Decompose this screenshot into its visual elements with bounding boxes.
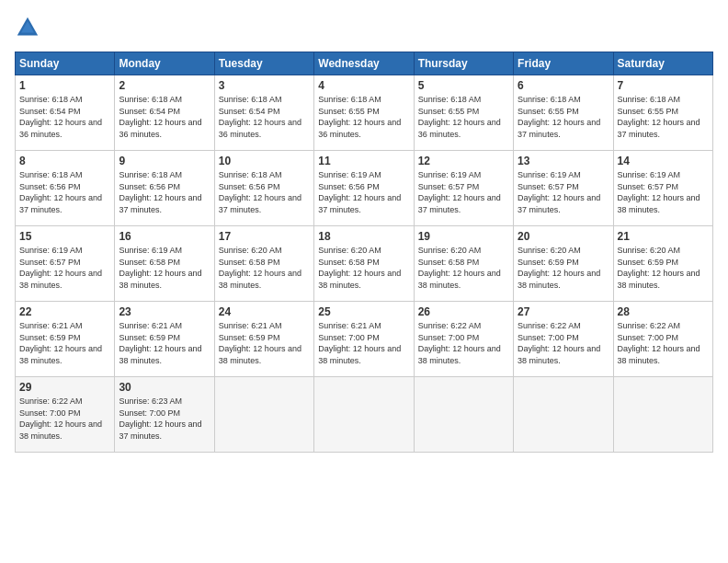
day-info: Sunrise: 6:19 AMSunset: 6:57 PMDaylight:… [618, 169, 709, 215]
day-info: Sunrise: 6:18 AMSunset: 6:55 PMDaylight:… [618, 94, 709, 140]
day-info: Sunrise: 6:20 AMSunset: 6:58 PMDaylight:… [418, 245, 509, 291]
day-info: Sunrise: 6:18 AMSunset: 6:54 PMDaylight:… [119, 94, 210, 140]
day-info: Sunrise: 6:20 AMSunset: 6:58 PMDaylight:… [219, 245, 310, 291]
calendar-table: SundayMondayTuesdayWednesdayThursdayFrid… [15, 52, 713, 453]
day-number: 11 [318, 155, 409, 167]
day-info: Sunrise: 6:22 AMSunset: 7:00 PMDaylight:… [418, 320, 509, 366]
day-info: Sunrise: 6:18 AMSunset: 6:55 PMDaylight:… [318, 94, 409, 140]
calendar-cell: 12 Sunrise: 6:19 AMSunset: 6:57 PMDaylig… [414, 151, 513, 226]
day-number: 25 [318, 305, 409, 318]
calendar-cell: 6 Sunrise: 6:18 AMSunset: 6:55 PMDayligh… [514, 75, 613, 151]
calendar-cell: 29 Sunrise: 6:22 AMSunset: 7:00 PMDaylig… [16, 377, 115, 453]
calendar-cell: 28 Sunrise: 6:22 AMSunset: 7:00 PMDaylig… [613, 302, 712, 377]
calendar-cell: 24 Sunrise: 6:21 AMSunset: 6:59 PMDaylig… [214, 302, 313, 377]
day-number: 15 [19, 230, 110, 243]
day-number: 6 [518, 79, 609, 92]
calendar-cell [214, 377, 313, 453]
calendar-header-row: SundayMondayTuesdayWednesdayThursdayFrid… [16, 52, 713, 75]
day-info: Sunrise: 6:22 AMSunset: 7:00 PMDaylight:… [19, 396, 110, 442]
day-info: Sunrise: 6:19 AMSunset: 6:57 PMDaylight:… [418, 169, 509, 215]
day-info: Sunrise: 6:23 AMSunset: 7:00 PMDaylight:… [119, 396, 210, 442]
day-info: Sunrise: 6:19 AMSunset: 6:56 PMDaylight:… [318, 169, 409, 215]
calendar-cell: 11 Sunrise: 6:19 AMSunset: 6:56 PMDaylig… [314, 151, 414, 226]
day-number: 9 [119, 155, 210, 167]
day-number: 20 [518, 230, 609, 243]
day-number: 24 [219, 305, 310, 318]
calendar-week-row: 1 Sunrise: 6:18 AMSunset: 6:54 PMDayligh… [16, 75, 713, 151]
calendar-cell: 19 Sunrise: 6:20 AMSunset: 6:58 PMDaylig… [414, 226, 513, 302]
day-info: Sunrise: 6:21 AMSunset: 7:00 PMDaylight:… [318, 320, 409, 366]
header [15, 15, 713, 40]
calendar-cell: 23 Sunrise: 6:21 AMSunset: 6:59 PMDaylig… [115, 302, 214, 377]
calendar-cell: 22 Sunrise: 6:21 AMSunset: 6:59 PMDaylig… [16, 302, 115, 377]
calendar-cell: 20 Sunrise: 6:20 AMSunset: 6:59 PMDaylig… [514, 226, 613, 302]
day-info: Sunrise: 6:21 AMSunset: 6:59 PMDaylight:… [219, 320, 310, 366]
col-header-tuesday: Tuesday [214, 52, 313, 75]
logo-icon [15, 15, 40, 40]
calendar-week-row: 15 Sunrise: 6:19 AMSunset: 6:57 PMDaylig… [16, 226, 713, 302]
calendar-cell: 2 Sunrise: 6:18 AMSunset: 6:54 PMDayligh… [115, 75, 214, 151]
day-number: 22 [19, 305, 110, 318]
calendar-cell [514, 377, 613, 453]
day-number: 29 [19, 381, 110, 394]
day-number: 10 [219, 155, 310, 167]
day-info: Sunrise: 6:18 AMSunset: 6:56 PMDaylight:… [219, 169, 310, 215]
day-number: 14 [618, 155, 709, 167]
day-number: 5 [418, 79, 509, 92]
day-number: 7 [618, 79, 709, 92]
day-number: 26 [418, 305, 509, 318]
day-info: Sunrise: 6:18 AMSunset: 6:54 PMDaylight:… [219, 94, 310, 140]
day-info: Sunrise: 6:18 AMSunset: 6:54 PMDaylight:… [19, 94, 110, 140]
calendar-cell [613, 377, 712, 453]
day-info: Sunrise: 6:19 AMSunset: 6:58 PMDaylight:… [119, 245, 210, 291]
day-number: 4 [318, 79, 409, 92]
day-info: Sunrise: 6:22 AMSunset: 7:00 PMDaylight:… [618, 320, 709, 366]
day-info: Sunrise: 6:21 AMSunset: 6:59 PMDaylight:… [119, 320, 210, 366]
calendar-cell [414, 377, 513, 453]
day-info: Sunrise: 6:18 AMSunset: 6:56 PMDaylight:… [119, 169, 210, 215]
day-number: 21 [618, 230, 709, 243]
day-info: Sunrise: 6:20 AMSunset: 6:59 PMDaylight:… [518, 245, 609, 291]
calendar-cell: 25 Sunrise: 6:21 AMSunset: 7:00 PMDaylig… [314, 302, 414, 377]
calendar-cell: 1 Sunrise: 6:18 AMSunset: 6:54 PMDayligh… [16, 75, 115, 151]
col-header-sunday: Sunday [16, 52, 115, 75]
day-number: 12 [418, 155, 509, 167]
col-header-saturday: Saturday [613, 52, 712, 75]
calendar-cell: 27 Sunrise: 6:22 AMSunset: 7:00 PMDaylig… [514, 302, 613, 377]
day-number: 19 [418, 230, 509, 243]
day-info: Sunrise: 6:19 AMSunset: 6:57 PMDaylight:… [19, 245, 110, 291]
day-number: 23 [119, 305, 210, 318]
day-info: Sunrise: 6:20 AMSunset: 6:59 PMDaylight:… [618, 245, 709, 291]
col-header-wednesday: Wednesday [314, 52, 414, 75]
day-info: Sunrise: 6:21 AMSunset: 6:59 PMDaylight:… [19, 320, 110, 366]
calendar-cell: 30 Sunrise: 6:23 AMSunset: 7:00 PMDaylig… [115, 377, 214, 453]
page-container: SundayMondayTuesdayWednesdayThursdayFrid… [0, 0, 728, 563]
day-info: Sunrise: 6:18 AMSunset: 6:55 PMDaylight:… [518, 94, 609, 140]
day-info: Sunrise: 6:18 AMSunset: 6:55 PMDaylight:… [418, 94, 509, 140]
day-info: Sunrise: 6:18 AMSunset: 6:56 PMDaylight:… [19, 169, 110, 215]
day-info: Sunrise: 6:20 AMSunset: 6:58 PMDaylight:… [318, 245, 409, 291]
calendar-cell: 4 Sunrise: 6:18 AMSunset: 6:55 PMDayligh… [314, 75, 414, 151]
day-number: 2 [119, 79, 210, 92]
calendar-week-row: 22 Sunrise: 6:21 AMSunset: 6:59 PMDaylig… [16, 302, 713, 377]
calendar-cell: 3 Sunrise: 6:18 AMSunset: 6:54 PMDayligh… [214, 75, 313, 151]
col-header-monday: Monday [115, 52, 214, 75]
calendar-cell: 9 Sunrise: 6:18 AMSunset: 6:56 PMDayligh… [115, 151, 214, 226]
day-number: 28 [618, 305, 709, 318]
col-header-friday: Friday [514, 52, 613, 75]
day-number: 30 [119, 381, 210, 394]
calendar-cell: 14 Sunrise: 6:19 AMSunset: 6:57 PMDaylig… [613, 151, 712, 226]
calendar-cell: 21 Sunrise: 6:20 AMSunset: 6:59 PMDaylig… [613, 226, 712, 302]
day-info: Sunrise: 6:22 AMSunset: 7:00 PMDaylight:… [518, 320, 609, 366]
day-number: 16 [119, 230, 210, 243]
day-number: 18 [318, 230, 409, 243]
day-number: 17 [219, 230, 310, 243]
calendar-week-row: 8 Sunrise: 6:18 AMSunset: 6:56 PMDayligh… [16, 151, 713, 226]
day-number: 13 [518, 155, 609, 167]
calendar-cell: 16 Sunrise: 6:19 AMSunset: 6:58 PMDaylig… [115, 226, 214, 302]
calendar-cell: 8 Sunrise: 6:18 AMSunset: 6:56 PMDayligh… [16, 151, 115, 226]
calendar-cell: 7 Sunrise: 6:18 AMSunset: 6:55 PMDayligh… [613, 75, 712, 151]
col-header-thursday: Thursday [414, 52, 513, 75]
calendar-cell: 10 Sunrise: 6:18 AMSunset: 6:56 PMDaylig… [214, 151, 313, 226]
calendar-cell: 15 Sunrise: 6:19 AMSunset: 6:57 PMDaylig… [16, 226, 115, 302]
